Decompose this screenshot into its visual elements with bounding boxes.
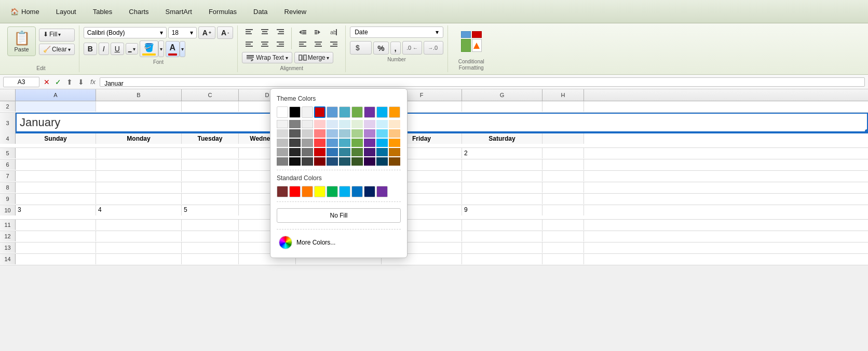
font-size-selector[interactable]: 18 ▾ bbox=[168, 27, 197, 38]
shade-8-3[interactable] bbox=[364, 139, 375, 147]
cell-a5[interactable] bbox=[16, 148, 96, 158]
align-top-center-button[interactable] bbox=[257, 26, 272, 38]
shade-3-4[interactable] bbox=[302, 148, 313, 156]
shade-8-4[interactable] bbox=[364, 148, 375, 156]
cell-c13[interactable] bbox=[182, 242, 239, 253]
shade-8-5[interactable] bbox=[364, 157, 375, 166]
align-bottom-left-button[interactable] bbox=[242, 39, 256, 50]
shade-8-1[interactable] bbox=[364, 120, 375, 128]
shade-3-1[interactable] bbox=[302, 120, 313, 128]
cell-a13[interactable] bbox=[16, 242, 96, 253]
cell-c5[interactable] bbox=[182, 148, 239, 158]
cell-a7[interactable] bbox=[16, 171, 96, 181]
fill-button[interactable]: ⬇ Fill ▾ bbox=[39, 29, 75, 42]
cell-a6[interactable] bbox=[16, 159, 96, 170]
cell-a12[interactable] bbox=[16, 231, 96, 241]
cell-g13[interactable] bbox=[462, 242, 542, 253]
formula-cancel-button[interactable]: ✕ bbox=[42, 77, 52, 87]
cell-b8[interactable] bbox=[96, 182, 182, 193]
row-header-3[interactable]: 3 bbox=[0, 113, 16, 133]
align-bottom-center-button[interactable] bbox=[257, 39, 272, 50]
cell-h6[interactable] bbox=[542, 159, 584, 170]
shade-9-4[interactable] bbox=[376, 148, 388, 156]
cell-h13[interactable] bbox=[542, 242, 584, 253]
shade-1-5[interactable] bbox=[277, 157, 288, 166]
shade-1-3[interactable] bbox=[277, 139, 288, 147]
std-color-orange[interactable] bbox=[302, 186, 313, 197]
shade-6-5[interactable] bbox=[339, 157, 350, 166]
right-align-text-button[interactable] bbox=[327, 39, 341, 50]
cell-g10[interactable]: 9 bbox=[462, 205, 542, 215]
shade-2-4[interactable] bbox=[289, 148, 301, 156]
row-header-14[interactable]: 14 bbox=[0, 254, 16, 264]
underline-button[interactable]: U bbox=[111, 43, 124, 55]
std-color-blue[interactable] bbox=[351, 186, 363, 197]
cell-h14[interactable] bbox=[542, 254, 584, 264]
color-black[interactable] bbox=[289, 106, 301, 118]
shade-5-5[interactable] bbox=[327, 157, 338, 166]
cell-b7[interactable] bbox=[96, 171, 182, 181]
std-color-green[interactable] bbox=[327, 186, 338, 197]
cell-g6[interactable] bbox=[462, 159, 542, 170]
shade-1-1[interactable] bbox=[277, 120, 288, 128]
menu-charts[interactable]: Charts bbox=[120, 5, 157, 19]
cell-stepper-up[interactable]: ⬆ bbox=[64, 77, 75, 87]
shade-1-2[interactable] bbox=[277, 129, 288, 138]
paste-button[interactable]: 📋 Paste bbox=[7, 26, 36, 56]
indent-increase-button[interactable] bbox=[311, 26, 326, 38]
color-cyan[interactable] bbox=[376, 106, 388, 118]
cell-h4[interactable] bbox=[542, 133, 584, 144]
cell-g11[interactable] bbox=[462, 220, 542, 230]
shade-5-4[interactable] bbox=[327, 148, 338, 156]
cell-c10[interactable]: 5 bbox=[182, 205, 239, 215]
cell-b5[interactable] bbox=[96, 148, 182, 158]
cell-a2[interactable] bbox=[16, 101, 96, 112]
cell-b4[interactable]: Monday bbox=[96, 133, 182, 144]
cell-b9[interactable] bbox=[96, 194, 182, 204]
shade-4-5[interactable] bbox=[314, 157, 326, 166]
align-top-left-button[interactable] bbox=[242, 26, 256, 38]
cell-a3-merged[interactable]: January bbox=[16, 113, 868, 132]
percent-button[interactable]: % bbox=[373, 42, 388, 55]
std-color-lightblue[interactable] bbox=[339, 186, 350, 197]
formula-input[interactable]: Januar bbox=[100, 77, 865, 87]
shade-10-1[interactable] bbox=[389, 120, 400, 128]
col-header-a[interactable]: A bbox=[16, 89, 96, 101]
row-header-5[interactable]: 5 bbox=[0, 148, 16, 158]
cell-c8[interactable] bbox=[182, 182, 239, 193]
wrap-text-button[interactable]: Wrap Text ▾ bbox=[242, 52, 292, 63]
cell-h2[interactable] bbox=[542, 101, 584, 112]
col-header-h[interactable]: H bbox=[542, 89, 584, 101]
cell-g12[interactable] bbox=[462, 231, 542, 241]
color-green1[interactable] bbox=[351, 106, 363, 118]
row-header-7[interactable]: 7 bbox=[0, 171, 16, 181]
cell-b14[interactable] bbox=[96, 254, 182, 264]
row-header-11[interactable]: 11 bbox=[0, 220, 16, 230]
resize-handle[interactable] bbox=[865, 129, 868, 133]
menu-data[interactable]: Data bbox=[245, 5, 276, 19]
shade-10-3[interactable] bbox=[389, 139, 400, 147]
text-direction-button[interactable]: ab bbox=[327, 26, 341, 38]
merge-button[interactable]: Merge ▾ bbox=[294, 52, 333, 63]
accounting-button[interactable]: $ bbox=[350, 41, 372, 55]
cell-c11[interactable] bbox=[182, 220, 239, 230]
shade-8-2[interactable] bbox=[364, 129, 375, 138]
menu-review[interactable]: Review bbox=[276, 5, 315, 19]
cell-b10[interactable]: 4 bbox=[96, 205, 182, 215]
col-header-b[interactable]: B bbox=[96, 89, 182, 101]
shade-7-4[interactable] bbox=[351, 148, 363, 156]
row-header-9[interactable]: 9 bbox=[0, 194, 16, 204]
cell-reference[interactable]: A3 bbox=[3, 77, 39, 87]
cell-c6[interactable] bbox=[182, 159, 239, 170]
row-header-12[interactable]: 12 bbox=[0, 231, 16, 241]
cell-c12[interactable] bbox=[182, 231, 239, 241]
menu-tables[interactable]: Tables bbox=[85, 5, 121, 19]
align-top-right-button[interactable] bbox=[273, 26, 288, 38]
std-color-darkblue[interactable] bbox=[364, 186, 375, 197]
shade-2-2[interactable] bbox=[289, 129, 301, 138]
cell-g5[interactable]: 2 bbox=[462, 148, 542, 158]
shade-3-3[interactable] bbox=[302, 139, 313, 147]
comma-button[interactable]: , bbox=[390, 42, 401, 55]
font-color-dropdown-button[interactable]: ▾ bbox=[180, 41, 185, 57]
cell-stepper-down[interactable]: ⬇ bbox=[76, 77, 86, 87]
